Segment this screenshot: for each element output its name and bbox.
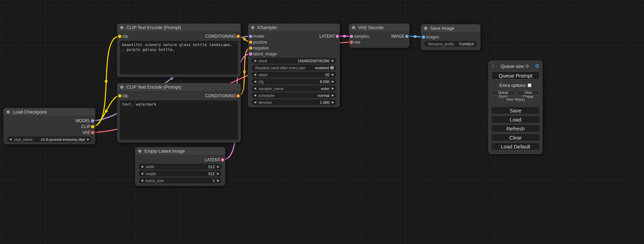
output-slot-conditioning[interactable] bbox=[237, 94, 240, 97]
decrement-arrow-icon[interactable]: ◀ bbox=[141, 179, 143, 182]
input-slot-label: clip bbox=[122, 34, 128, 39]
output-slot-label: LATENT bbox=[319, 34, 335, 39]
save-button[interactable]: Save bbox=[491, 107, 540, 114]
queue-prompt-button[interactable]: Queue Prompt bbox=[491, 71, 540, 80]
collapse-dot-icon[interactable] bbox=[120, 26, 124, 29]
decrement-arrow-icon[interactable]: ◀ bbox=[141, 172, 143, 175]
decrement-arrow-icon[interactable]: ◀ bbox=[141, 165, 143, 168]
prompt-textarea[interactable]: text, watermark bbox=[120, 100, 238, 140]
input-slot-model[interactable] bbox=[249, 35, 252, 38]
clear-button[interactable]: Clear bbox=[491, 134, 540, 141]
node-title: KSampler bbox=[257, 25, 277, 30]
widget-denoise[interactable]: ◀ denoise 1.000 ▶ bbox=[252, 99, 336, 105]
decrement-arrow-icon[interactable]: ◀ bbox=[254, 87, 256, 90]
decrement-arrow-icon[interactable]: ◀ bbox=[254, 60, 256, 62]
view-history-button[interactable]: View History bbox=[503, 97, 528, 102]
input-slot-latent-image[interactable] bbox=[249, 52, 252, 55]
node-title-bar[interactable]: CLIP Text Encode (Prompt) bbox=[117, 24, 241, 32]
decrement-arrow-icon[interactable]: ◀ bbox=[254, 101, 256, 104]
queue-front-button[interactable]: Queue Front bbox=[491, 90, 515, 96]
widget-scheduler[interactable]: ◀ scheduler normal ▶ bbox=[252, 92, 336, 98]
widget-steps[interactable]: ◀ steps 20 ▶ bbox=[252, 72, 336, 78]
collapse-dot-icon[interactable] bbox=[251, 26, 255, 29]
output-slot-conditioning[interactable] bbox=[237, 35, 240, 38]
view-queue-button[interactable]: View Queue bbox=[517, 90, 540, 96]
toggle-knob-icon[interactable] bbox=[330, 66, 334, 70]
decrement-arrow-icon[interactable]: ◀ bbox=[254, 80, 256, 83]
widget-width[interactable]: ◀ width 512 ▶ bbox=[139, 164, 222, 170]
widget-cfg[interactable]: ◀ cfg 8.000 ▶ bbox=[252, 79, 336, 84]
input-slot-clip[interactable] bbox=[118, 94, 121, 97]
slot-row: MODEL bbox=[3, 118, 95, 124]
extra-options-checkbox[interactable] bbox=[528, 83, 531, 87]
input-slot-positive[interactable] bbox=[249, 40, 252, 44]
collapse-dot-icon[interactable] bbox=[352, 26, 355, 29]
widget-ckpt-name[interactable]: ◀ ckpt_name v1-5-pruned-emaonly.ckpt ▶ bbox=[7, 136, 92, 142]
output-slot-model[interactable] bbox=[91, 119, 94, 122]
input-slot-images[interactable] bbox=[422, 35, 425, 38]
increment-arrow-icon[interactable]: ▶ bbox=[217, 165, 219, 168]
refresh-button[interactable]: Refresh bbox=[491, 125, 540, 132]
control-menu-panel: ⠿ Queue size: 0 ⚙ Queue Prompt Extra opt… bbox=[488, 61, 542, 154]
load-button[interactable]: Load bbox=[491, 116, 540, 123]
collapse-dot-icon[interactable] bbox=[7, 110, 10, 114]
increment-arrow-icon[interactable]: ▶ bbox=[332, 94, 334, 97]
node-load-checkpoint[interactable]: Load Checkpoint MODEL CLIP VAE ◀ ckpt_na… bbox=[3, 108, 95, 144]
node-clip-text-encode-negative[interactable]: CLIP Text Encode (Prompt) clip CONDITION… bbox=[117, 83, 241, 143]
node-vae-decode[interactable]: VAE Decode samples IMAGE vae bbox=[349, 24, 409, 48]
node-empty-latent-image[interactable]: Empty Latent Image LATENT ◀ width 512 ▶ … bbox=[135, 147, 225, 186]
increment-arrow-icon[interactable]: ▶ bbox=[332, 101, 334, 104]
widget-seed[interactable]: ◀ seed 156680208700286 ▶ bbox=[252, 58, 336, 64]
decrement-arrow-icon[interactable]: ◀ bbox=[9, 138, 11, 141]
node-title-bar[interactable]: Empty Latent Image bbox=[135, 147, 225, 155]
collapse-dot-icon[interactable] bbox=[120, 85, 124, 89]
output-slot-latent[interactable] bbox=[336, 35, 339, 38]
widget-height[interactable]: ◀ height 512 ▶ bbox=[139, 171, 222, 177]
node-title-bar[interactable]: CLIP Text Encode (Prompt) bbox=[117, 83, 241, 91]
widget-value: 1.000 bbox=[320, 100, 329, 105]
widget-filename-prefix[interactable]: filename_prefix ComfyUI bbox=[424, 41, 477, 47]
load-default-button[interactable]: Load Default bbox=[491, 143, 540, 150]
increment-arrow-icon[interactable]: ▶ bbox=[217, 179, 219, 182]
output-slot-clip[interactable] bbox=[91, 125, 94, 128]
input-slot-vae[interactable] bbox=[350, 40, 353, 44]
input-slot-negative[interactable] bbox=[249, 46, 252, 49]
node-ksampler[interactable]: KSampler model LATENT positive negative … bbox=[248, 24, 340, 107]
increment-arrow-icon[interactable]: ▶ bbox=[332, 80, 334, 83]
widget-random-seed-toggle[interactable]: Random seed after every gen enabled bbox=[252, 65, 336, 71]
output-slot-latent[interactable] bbox=[221, 158, 224, 161]
node-title-bar[interactable]: Load Checkpoint bbox=[3, 108, 95, 116]
widget-label: seed bbox=[258, 59, 267, 63]
output-slot-vae[interactable] bbox=[91, 131, 94, 134]
node-title-bar[interactable]: Save Image bbox=[421, 24, 480, 33]
drag-handle-icon[interactable]: ⠿ bbox=[491, 64, 494, 69]
increment-arrow-icon[interactable]: ▶ bbox=[217, 172, 219, 175]
increment-arrow-icon[interactable]: ▶ bbox=[332, 87, 334, 90]
node-clip-text-encode-positive[interactable]: CLIP Text Encode (Prompt) clip CONDITION… bbox=[117, 24, 241, 77]
input-slot-samples[interactable] bbox=[350, 35, 353, 38]
node-title-bar[interactable]: KSampler bbox=[248, 24, 340, 32]
input-slot-clip[interactable] bbox=[118, 35, 121, 38]
increment-arrow-icon[interactable]: ▶ bbox=[332, 60, 334, 62]
collapse-dot-icon[interactable] bbox=[424, 27, 427, 30]
prompt-textarea[interactable]: beautiful scenery nature glass bottle la… bbox=[120, 41, 238, 74]
widget-sampler-name[interactable]: ◀ sampler_name euler ▶ bbox=[252, 85, 336, 91]
decrement-arrow-icon[interactable]: ◀ bbox=[254, 73, 256, 76]
node-title: Load Checkpoint bbox=[13, 109, 47, 115]
slot-row: clip CONDITIONING bbox=[117, 93, 241, 99]
settings-gear-icon[interactable]: ⚙ bbox=[535, 63, 540, 69]
node-title-bar[interactable]: VAE Decode bbox=[349, 24, 409, 32]
link-midpoint-dot bbox=[243, 38, 246, 40]
node-title: Empty Latent Image bbox=[144, 148, 185, 154]
graph-canvas[interactable]: Load Checkpoint MODEL CLIP VAE ◀ ckpt_na… bbox=[0, 0, 644, 244]
widget-label: width bbox=[145, 165, 155, 169]
collapse-dot-icon[interactable] bbox=[138, 150, 142, 153]
slot-row: latent_image bbox=[248, 51, 340, 57]
output-slot-image[interactable] bbox=[405, 35, 408, 38]
node-save-image[interactable]: Save Image images filename_prefix ComfyU… bbox=[421, 24, 480, 50]
decrement-arrow-icon[interactable]: ◀ bbox=[254, 94, 256, 97]
increment-arrow-icon[interactable]: ▶ bbox=[87, 138, 89, 141]
widget-batch-size[interactable]: ◀ batch_size 1 ▶ bbox=[139, 178, 222, 183]
increment-arrow-icon[interactable]: ▶ bbox=[332, 73, 334, 76]
slot-row: positive bbox=[248, 39, 340, 45]
